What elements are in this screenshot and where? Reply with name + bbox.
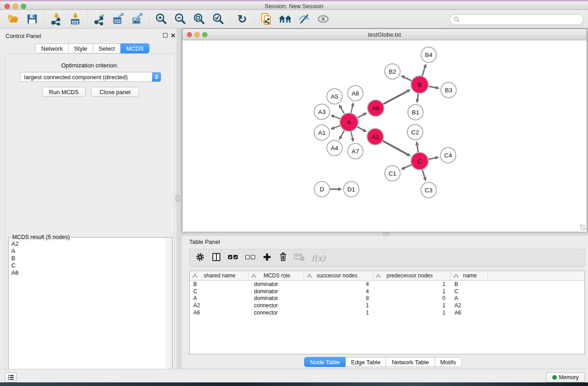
column-header[interactable]: shared name <box>190 271 249 280</box>
mcds-list-scrollbar[interactable] <box>166 238 172 386</box>
import-network-button[interactable] <box>47 11 66 27</box>
graph-edge[interactable] <box>383 89 411 104</box>
tab-mcds[interactable]: MCDS <box>120 43 149 53</box>
graph-edge[interactable] <box>357 127 367 132</box>
tab-motifs[interactable]: Motifs <box>435 357 462 367</box>
table-row[interactable]: A2connector11A2 <box>190 302 584 309</box>
mcds-result-item[interactable]: A6 <box>9 269 166 276</box>
graph-edge[interactable] <box>330 187 342 191</box>
graph-edge[interactable] <box>429 156 440 160</box>
graph-node-A1[interactable]: A1 <box>314 125 330 140</box>
select-all-columns-button[interactable] <box>228 253 239 263</box>
delete-column-button[interactable] <box>278 252 288 264</box>
graph-node-B2[interactable]: B2 <box>385 64 400 79</box>
graph-node-C3[interactable]: C3 <box>421 182 436 198</box>
column-header[interactable]: predecessor nodes <box>373 271 451 280</box>
network-from-selection-button[interactable] <box>257 11 276 27</box>
first-neighbors-button[interactable] <box>276 11 295 27</box>
column-header[interactable]: MCDS role <box>249 271 304 280</box>
run-mcds-button[interactable]: Run MCDS <box>42 87 86 97</box>
graph-edge[interactable] <box>401 165 411 170</box>
save-session-button[interactable] <box>23 11 42 27</box>
graph-node-B1[interactable]: B1 <box>408 105 423 120</box>
vertical-splitter-handle[interactable] <box>176 195 180 201</box>
graph-node-C2[interactable]: C2 <box>407 124 423 140</box>
graph-edge[interactable] <box>422 63 427 76</box>
unselect-all-columns-button[interactable] <box>245 253 256 263</box>
search-field[interactable] <box>449 14 583 25</box>
graph-node-A4[interactable]: A4 <box>327 140 342 156</box>
column-header[interactable]: name <box>451 271 488 280</box>
graph-node-A3[interactable]: A3 <box>314 104 330 119</box>
show-task-history-button[interactable] <box>5 372 17 382</box>
tab-node-table[interactable]: Node Table <box>304 357 346 367</box>
graph-edge[interactable] <box>339 104 344 114</box>
export-image-button[interactable] <box>128 11 147 27</box>
graph-edge[interactable] <box>351 132 354 143</box>
table-row[interactable]: Bdominator41B <box>190 281 584 288</box>
mcds-result-list[interactable]: A2ABCA6 <box>9 238 166 386</box>
graph-node-B3[interactable]: B3 <box>441 82 456 98</box>
graphics-details-button[interactable] <box>295 11 314 27</box>
zoom-out-button[interactable] <box>171 11 190 27</box>
graph-edge[interactable] <box>339 130 344 140</box>
graph-edge[interactable] <box>383 141 411 156</box>
mcds-result-item[interactable]: B <box>9 255 166 262</box>
tab-network-table[interactable]: Network Table <box>386 357 435 367</box>
graph-node-A5[interactable]: A5 <box>327 89 342 104</box>
graph-edge[interactable] <box>330 126 340 130</box>
zoom-in-button[interactable] <box>152 11 171 27</box>
show-column-panel-button[interactable] <box>211 252 221 264</box>
network-canvas[interactable]: B4B2BB3A8A5A6A3B1AA1C2A2A4A7C4CC1DD1C3 <box>182 41 587 232</box>
zoom-fit-button[interactable] <box>190 11 209 27</box>
table-row[interactable]: A6connector11A6 <box>190 309 584 316</box>
export-table-button[interactable] <box>109 11 128 27</box>
memory-button[interactable]: Memory <box>546 372 585 382</box>
horizontal-splitter-handle[interactable] <box>383 233 389 235</box>
graph-node-C[interactable]: C <box>411 152 428 170</box>
float-panel-button[interactable] <box>162 33 168 38</box>
graph-node-B4[interactable]: B4 <box>421 47 436 62</box>
graph-edge[interactable] <box>358 113 368 118</box>
graph-edge[interactable] <box>330 115 340 119</box>
graph-edge[interactable] <box>401 76 411 81</box>
open-session-button[interactable] <box>4 11 23 27</box>
tab-style[interactable]: Style <box>68 43 93 53</box>
graph-node-A7[interactable]: A7 <box>348 143 363 159</box>
tab-network[interactable]: Network <box>35 43 69 53</box>
mcds-result-item[interactable]: C <box>9 262 166 269</box>
graph-node-A8[interactable]: A8 <box>348 86 363 101</box>
create-column-button[interactable] <box>262 252 272 264</box>
graph-edge[interactable] <box>429 86 440 90</box>
import-table-button[interactable] <box>66 11 85 27</box>
close-panel-button[interactable]: ✕ <box>170 33 176 38</box>
close-panel-action-button[interactable]: Close panel <box>91 87 139 97</box>
tab-select[interactable]: Select <box>93 43 121 53</box>
mcds-result-item[interactable]: A2 <box>9 240 166 248</box>
hide-details-button[interactable] <box>314 11 333 27</box>
column-header[interactable]: successor nodes <box>304 271 373 280</box>
table-settings-button[interactable] <box>195 252 205 264</box>
table-row[interactable]: Cdominator41C <box>190 288 584 295</box>
export-network-button[interactable] <box>90 11 109 27</box>
search-input[interactable] <box>462 16 583 23</box>
graph-edge[interactable] <box>351 102 354 113</box>
mcds-result-item[interactable]: A <box>9 248 166 255</box>
graph-node-D[interactable]: D <box>314 181 330 197</box>
graph-edge[interactable] <box>416 94 419 103</box>
graph-node-C4[interactable]: C4 <box>440 148 456 163</box>
zoom-selected-button[interactable] <box>209 11 228 27</box>
graph-node-B[interactable]: B <box>411 76 428 93</box>
refresh-view-button[interactable]: ↻ <box>233 11 252 27</box>
tab-edge-table[interactable]: Edge Table <box>345 357 387 367</box>
criterion-dropdown[interactable]: largest connected component (directed) <box>20 72 161 82</box>
graph-node-D1[interactable]: D1 <box>344 181 359 197</box>
network-graph[interactable]: B4B2BB3A8A5A6A3B1AA1C2A2A4A7C4CC1DD1C3 <box>182 41 587 232</box>
graph-node-A2[interactable]: A2 <box>367 129 383 145</box>
graph-node-A6[interactable]: A6 <box>368 100 384 116</box>
window-resize-grip[interactable] <box>580 224 586 230</box>
graph-edge[interactable] <box>416 141 419 152</box>
network-window-titlebar[interactable]: testGlobe.txt <box>182 29 587 40</box>
graph-node-A[interactable]: A <box>340 113 358 131</box>
graph-node-C1[interactable]: C1 <box>385 166 400 181</box>
